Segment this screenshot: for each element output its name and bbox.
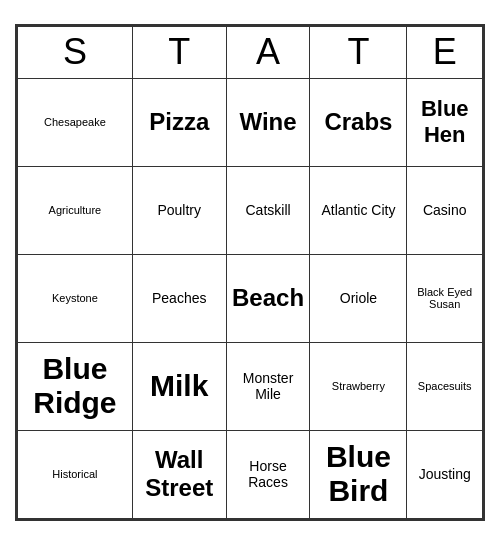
header-cell: S — [18, 26, 133, 78]
cell-r4-c2: Horse Races — [226, 430, 310, 518]
header-cell: E — [407, 26, 483, 78]
cell-r4-c3: Blue Bird — [310, 430, 407, 518]
cell-r0-c4: Blue Hen — [407, 78, 483, 166]
cell-r4-c4: Jousting — [407, 430, 483, 518]
cell-r1-c4: Casino — [407, 166, 483, 254]
header-cell: T — [310, 26, 407, 78]
cell-r1-c3: Atlantic City — [310, 166, 407, 254]
cell-r0-c1: Pizza — [132, 78, 226, 166]
cell-r1-c2: Catskill — [226, 166, 310, 254]
cell-r3-c3: Strawberry — [310, 342, 407, 430]
cell-r2-c4: Black Eyed Susan — [407, 254, 483, 342]
cell-r0-c3: Crabs — [310, 78, 407, 166]
cell-r0-c2: Wine — [226, 78, 310, 166]
cell-r0-c0: Chesapeake — [18, 78, 133, 166]
cell-r2-c3: Oriole — [310, 254, 407, 342]
cell-r3-c2: Monster Mile — [226, 342, 310, 430]
cell-r4-c0: Historical — [18, 430, 133, 518]
cell-r1-c1: Poultry — [132, 166, 226, 254]
cell-r3-c0: Blue Ridge — [18, 342, 133, 430]
header-cell: A — [226, 26, 310, 78]
cell-r2-c2: Beach — [226, 254, 310, 342]
bingo-card: STATEChesapeakePizzaWineCrabsBlue HenAgr… — [15, 24, 485, 521]
cell-r4-c1: Wall Street — [132, 430, 226, 518]
cell-r2-c1: Peaches — [132, 254, 226, 342]
cell-r3-c4: Spacesuits — [407, 342, 483, 430]
header-cell: T — [132, 26, 226, 78]
cell-r2-c0: Keystone — [18, 254, 133, 342]
cell-r1-c0: Agriculture — [18, 166, 133, 254]
cell-r3-c1: Milk — [132, 342, 226, 430]
